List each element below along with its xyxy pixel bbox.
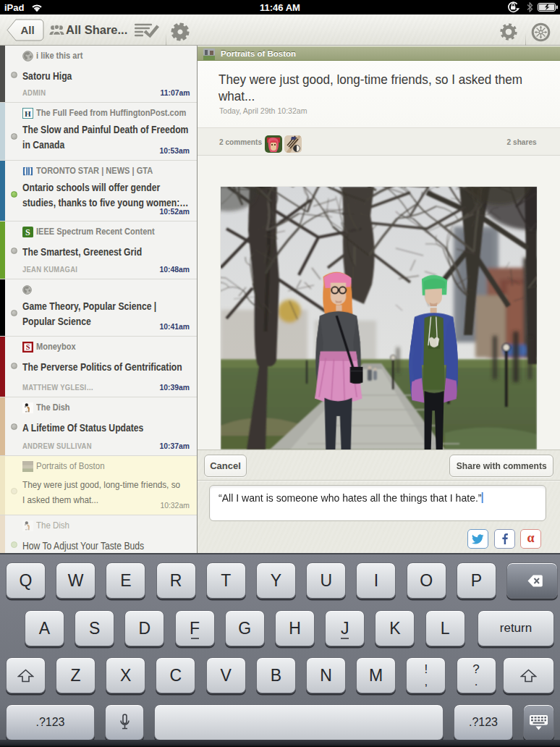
svg-text:S: S (25, 227, 30, 237)
svg-text:All: All (20, 24, 34, 36)
svg-text:H: H (25, 109, 31, 117)
svg-text:S: S (26, 343, 30, 351)
